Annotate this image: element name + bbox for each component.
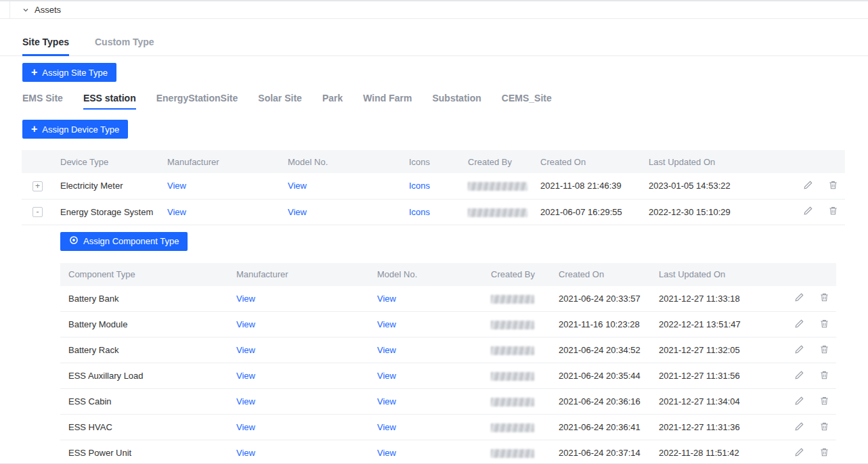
manufacturer-view-link[interactable]: View xyxy=(236,422,255,432)
site-tab-label: Wind Farm xyxy=(363,93,412,103)
manufacturer-view-link[interactable]: View xyxy=(236,294,255,304)
delete-button[interactable] xyxy=(819,396,829,406)
cell-created-on: 2021-06-24 20:35:44 xyxy=(550,363,651,389)
col-icons: Icons xyxy=(409,150,468,173)
cell-component-type: ESS HVAC xyxy=(60,415,228,440)
edit-button[interactable] xyxy=(794,396,804,406)
assign-site-type-label: Assign Site Type xyxy=(42,68,108,78)
model-view-link[interactable]: View xyxy=(377,345,396,355)
assign-component-type-label: Assign Component Type xyxy=(83,236,179,246)
model-view-link[interactable]: View xyxy=(377,319,396,329)
cell-component-type: Battery Module xyxy=(60,312,228,338)
component-icon xyxy=(69,235,79,247)
created-by-redacted xyxy=(491,295,534,304)
tab-custom-type[interactable]: Custom Type xyxy=(95,37,154,55)
component-section: Assign Component Type Component Type Man… xyxy=(60,225,868,464)
pencil-icon xyxy=(794,421,804,432)
manufacturer-view-link[interactable]: View xyxy=(236,319,255,329)
delete-button[interactable] xyxy=(828,180,838,190)
assign-site-type-button[interactable]: + Assign Site Type xyxy=(22,63,116,82)
delete-button[interactable] xyxy=(819,370,829,380)
col-model-no: Model No. xyxy=(369,263,483,286)
manufacturer-view-link[interactable]: View xyxy=(167,207,186,217)
edit-button[interactable] xyxy=(794,292,804,302)
table-row: Battery Rack View View 2021-06-24 20:34:… xyxy=(60,338,836,363)
panel-title: Assets xyxy=(35,5,61,15)
delete-button[interactable] xyxy=(819,344,829,354)
assign-component-type-button[interactable]: Assign Component Type xyxy=(60,232,188,251)
col-actions xyxy=(766,150,845,173)
edit-button[interactable] xyxy=(794,319,804,329)
delete-button[interactable] xyxy=(819,292,829,302)
icons-link[interactable]: Icons xyxy=(409,181,430,191)
created-by-redacted xyxy=(491,372,534,381)
tab-site-types[interactable]: Site Types xyxy=(22,37,69,55)
col-created-on: Created On xyxy=(550,263,651,286)
cell-created-on: 2021-06-24 20:33:57 xyxy=(550,286,651,312)
pencil-icon xyxy=(794,292,804,302)
edit-button[interactable] xyxy=(794,447,804,457)
delete-button[interactable] xyxy=(819,447,829,457)
trash-icon xyxy=(828,180,838,190)
expand-toggle[interactable]: + xyxy=(32,181,43,191)
col-created-by: Created By xyxy=(483,263,550,286)
collapse-toggle[interactable]: - xyxy=(32,207,43,217)
panel-left-border xyxy=(9,1,10,18)
cell-last-updated-on: 2022-12-21 13:51:47 xyxy=(651,312,768,338)
cell-created-on: 2021-06-24 20:37:14 xyxy=(550,440,651,464)
icons-link[interactable]: Icons xyxy=(409,207,430,217)
edit-button[interactable] xyxy=(794,421,804,432)
model-view-link[interactable]: View xyxy=(377,396,396,407)
manufacturer-view-link[interactable]: View xyxy=(167,181,186,191)
delete-button[interactable] xyxy=(828,206,838,216)
manufacturer-view-link[interactable]: View xyxy=(236,371,255,381)
assign-device-type-label: Assign Device Type xyxy=(42,124,119,135)
col-toggle xyxy=(22,150,60,173)
created-by-redacted xyxy=(491,449,534,458)
plus-icon: + xyxy=(31,124,37,135)
edit-button[interactable] xyxy=(794,344,804,354)
edit-button[interactable] xyxy=(794,370,804,380)
model-view-link[interactable]: View xyxy=(377,448,396,458)
pencil-icon xyxy=(803,180,813,190)
pencil-icon xyxy=(803,206,813,216)
model-view-link[interactable]: View xyxy=(288,181,307,191)
delete-button[interactable] xyxy=(819,319,829,329)
tab-custom-type-label: Custom Type xyxy=(95,37,154,47)
model-view-link[interactable]: View xyxy=(377,294,396,304)
created-by-redacted xyxy=(468,208,527,217)
site-tab-park[interactable]: Park xyxy=(322,93,343,110)
col-manufacturer: Manufacturer xyxy=(228,263,369,286)
assets-panel: Assets Site Types Custom Type + Assign S… xyxy=(0,0,868,464)
site-tab-ess-station[interactable]: ESS station xyxy=(83,93,136,110)
edit-button[interactable] xyxy=(803,180,813,190)
table-row: ESS Power Unit View View 2021-06-24 20:3… xyxy=(60,440,836,464)
model-view-link[interactable]: View xyxy=(377,371,396,381)
assets-collapse-header[interactable]: Assets xyxy=(0,1,868,19)
delete-button[interactable] xyxy=(819,421,829,432)
site-tab-energystationsite[interactable]: EnergyStationSite xyxy=(156,93,238,110)
site-tab-ems-site[interactable]: EMS Site xyxy=(22,93,63,110)
site-tab-wind-farm[interactable]: Wind Farm xyxy=(363,93,412,110)
cell-device-type: Electricity Meter xyxy=(60,173,167,199)
manufacturer-view-link[interactable]: View xyxy=(236,396,255,407)
site-tab-cems-site[interactable]: CEMS_Site xyxy=(502,93,552,110)
component-type-table: Component Type Manufacturer Model No. Cr… xyxy=(60,263,836,464)
trash-icon xyxy=(819,344,829,354)
assign-device-type-button[interactable]: + Assign Device Type xyxy=(22,120,128,139)
cell-created-on: 2021-06-24 20:34:52 xyxy=(550,338,651,363)
cell-created-on: 2021-11-16 10:23:28 xyxy=(550,312,651,338)
cell-last-updated-on: 2021-12-27 11:33:18 xyxy=(651,286,768,312)
col-model-no: Model No. xyxy=(288,150,409,173)
manufacturer-view-link[interactable]: View xyxy=(236,448,255,458)
model-view-link[interactable]: View xyxy=(377,422,396,432)
edit-button[interactable] xyxy=(803,206,813,216)
created-by-redacted xyxy=(491,346,534,355)
cell-last-updated-on: 2023-01-05 14:53:22 xyxy=(649,173,766,199)
site-tab-substation[interactable]: Substation xyxy=(432,93,481,110)
site-tab-label: Park xyxy=(322,93,343,103)
site-tab-solar-site[interactable]: Solar Site xyxy=(258,93,302,110)
table-row: - Energy Storage System View View Icons … xyxy=(22,199,845,225)
model-view-link[interactable]: View xyxy=(288,207,307,217)
manufacturer-view-link[interactable]: View xyxy=(236,345,255,355)
